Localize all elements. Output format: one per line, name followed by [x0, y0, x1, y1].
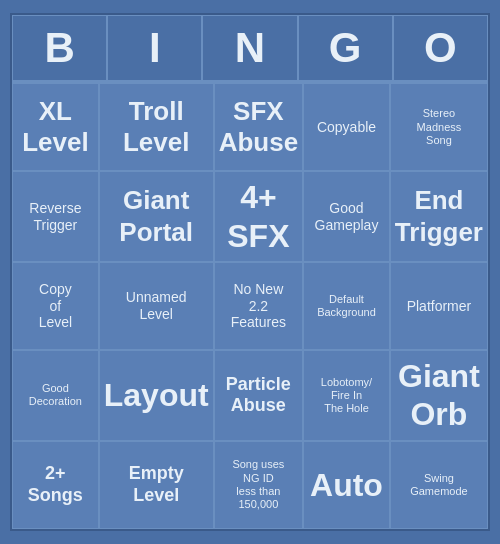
cell-3-3[interactable]: No New2.2Features: [214, 262, 303, 350]
cell-2-1[interactable]: ReverseTrigger: [12, 171, 99, 262]
cell-2-3[interactable]: 4+SFX: [214, 171, 303, 262]
cell-1-3[interactable]: SFXAbuse: [214, 83, 303, 171]
cell-4-5[interactable]: GiantOrb: [390, 350, 488, 441]
cell-4-4[interactable]: Lobotomy/Fire InThe Hole: [303, 350, 390, 441]
cell-5-5[interactable]: SwingGamemode: [390, 441, 488, 529]
cell-3-4[interactable]: DefaultBackground: [303, 262, 390, 350]
cell-2-5[interactable]: EndTrigger: [390, 171, 488, 262]
cell-3-5[interactable]: Platformer: [390, 262, 488, 350]
header-n: N: [202, 15, 297, 81]
cell-3-1[interactable]: CopyofLevel: [12, 262, 99, 350]
cell-4-1[interactable]: GoodDecoration: [12, 350, 99, 441]
cell-4-3[interactable]: ParticleAbuse: [214, 350, 303, 441]
bingo-grid: XLLevel TrollLevel SFXAbuse Copyable Ste…: [12, 81, 488, 529]
cell-3-2[interactable]: UnnamedLevel: [99, 262, 214, 350]
cell-1-1[interactable]: XLLevel: [12, 83, 99, 171]
cell-1-5[interactable]: StereoMadnessSong: [390, 83, 488, 171]
bingo-card: B I N G O XLLevel TrollLevel SFXAbuse Co…: [10, 13, 490, 531]
cell-2-2[interactable]: GiantPortal: [99, 171, 214, 262]
cell-2-4[interactable]: GoodGameplay: [303, 171, 390, 262]
cell-5-4[interactable]: Auto: [303, 441, 390, 529]
header-i: I: [107, 15, 202, 81]
cell-5-3[interactable]: Song usesNG IDless than150,000: [214, 441, 303, 529]
cell-1-2[interactable]: TrollLevel: [99, 83, 214, 171]
bingo-header: B I N G O: [12, 15, 488, 81]
cell-5-1[interactable]: 2+Songs: [12, 441, 99, 529]
cell-4-2[interactable]: Layout: [99, 350, 214, 441]
header-o: O: [393, 15, 488, 81]
cell-5-2[interactable]: EmptyLevel: [99, 441, 214, 529]
cell-1-4[interactable]: Copyable: [303, 83, 390, 171]
header-g: G: [298, 15, 393, 81]
header-b: B: [12, 15, 107, 81]
